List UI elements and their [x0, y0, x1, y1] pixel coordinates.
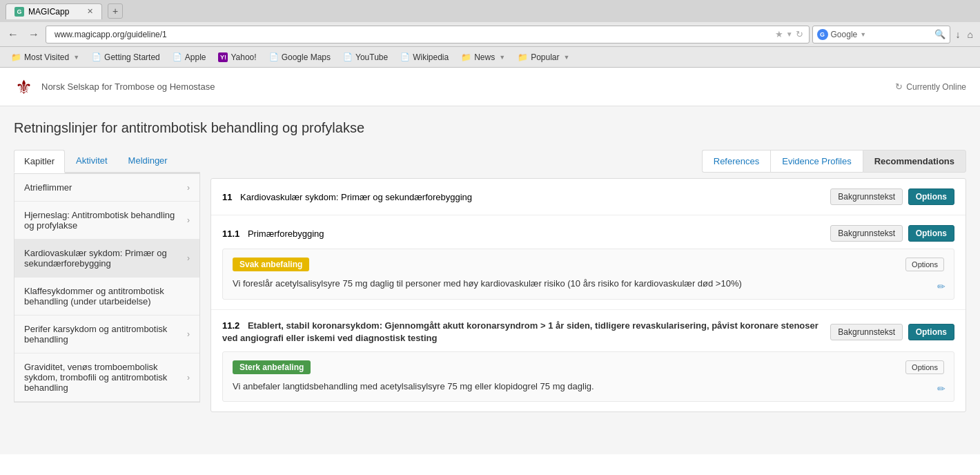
downloads-button[interactable]: ↓ — [953, 28, 963, 41]
page-wrapper: ⚜ Norsk Selskap for Trombose og Hemostas… — [0, 68, 980, 454]
sidebar-item-label: Perifer karsykdom og antitrombotisk beha… — [24, 324, 187, 345]
section-11-header: 11 Kardiovaskulær sykdom: Primær og seku… — [211, 179, 966, 215]
section-11-title-text: Kardiovaskulær sykdom: Primær og sekundæ… — [240, 192, 472, 202]
tab-close-button[interactable]: ✕ — [87, 7, 93, 16]
recommendation-11-2-1-text: Vi anbefaler langtidsbehandling med acet… — [233, 380, 944, 394]
chevron-right-icon: › — [187, 253, 190, 263]
page-icon: 📄 — [400, 52, 410, 61]
forward-button[interactable]: → — [25, 27, 43, 42]
sidebar-list: Atrieflimmer › Hjerneslag: Antitrombotis… — [14, 173, 200, 403]
sidebar-item-label: Kardiovaskulær sykdom: Primær og sekundæ… — [24, 248, 187, 269]
recommendation-11-1-1-text: Vi foreslår acetylsalisylsyre 75 mg dagl… — [233, 277, 944, 291]
tab-evidence-profiles[interactable]: Evidence Profiles — [770, 150, 862, 173]
address-url: www.magicapp.org/guideline/1 — [55, 30, 772, 39]
subsection-11-2-header: 11.2 Etablert, stabil koronarsykdom: Gje… — [222, 320, 954, 345]
site-name: Norsk Selskap for Trombose og Hemostase — [41, 81, 215, 92]
home-button[interactable]: ⌂ — [965, 28, 976, 41]
yahoo-icon: Y! — [218, 52, 228, 62]
subsection-11-1-number: 11.1 — [222, 229, 239, 239]
bookmark-label: Wikipedia — [413, 52, 449, 62]
subsection-11-2-bakgrunnstekst-button[interactable]: Bakgrunnstekst — [830, 324, 903, 340]
subsection-11-1-options-button[interactable]: Options — [908, 225, 954, 242]
sidebar-item-kardiovaskulaer[interactable]: Kardiovaskulær sykdom: Primær og sekundæ… — [14, 240, 199, 278]
bookmark-apple[interactable]: 📄 Apple — [167, 50, 212, 64]
recommendation-11-2-1-options-button[interactable]: Options — [905, 360, 944, 374]
edit-icon[interactable]: ✏ — [937, 281, 945, 292]
section-11-options-button[interactable]: Options — [908, 188, 954, 205]
bookmark-most-visited[interactable]: 📁 Most Visited ▼ — [6, 50, 85, 64]
back-button[interactable]: ← — [4, 27, 22, 42]
chevron-down-icon: ▼ — [499, 54, 505, 61]
subsection-11-2-buttons: Bakgrunnstekst Options — [830, 324, 954, 340]
browser-tab[interactable]: G MAGICapp ✕ — [6, 3, 102, 19]
tab-references[interactable]: References — [702, 150, 770, 173]
edit-icon[interactable]: ✏ — [937, 383, 945, 394]
bookmark-wikipedia[interactable]: 📄 Wikipedia — [395, 50, 454, 64]
recommendation-11-1-1-header: Svak anbefaling Options — [233, 258, 944, 271]
section-11: 11 Kardiovaskulær sykdom: Primær og seku… — [210, 178, 966, 412]
section-11-number: 11 — [222, 192, 232, 202]
page-main-title: Retningslinjer for antitrombotisk behand… — [0, 106, 980, 143]
bookmark-label: Google Maps — [282, 52, 331, 62]
browser-title-bar: G MAGICapp ✕ + — [0, 0, 980, 22]
search-engine-label: Google — [831, 30, 858, 39]
page-icon: 📄 — [269, 52, 279, 61]
main-content: References Evidence Profiles Recommendat… — [210, 150, 966, 420]
page-icon: 📄 — [92, 52, 101, 61]
subsection-11-2: 11.2 Etablert, stabil koronarsykdom: Gje… — [211, 310, 966, 412]
tab-kapitler[interactable]: Kapitler — [14, 150, 65, 173]
subsection-11-1-header: 11.1 Primærforebygging Bakgrunnstekst Op… — [222, 225, 954, 242]
search-icon[interactable]: 🔍 — [934, 29, 945, 39]
sidebar-item-perifer[interactable]: Perifer karsykdom og antitrombotisk beha… — [14, 316, 199, 353]
chevron-right-icon: › — [187, 215, 190, 225]
chevron-right-icon: › — [187, 183, 190, 193]
tab-aktivitet[interactable]: Aktivitet — [66, 150, 117, 172]
sidebar-item-atrieflimmer[interactable]: Atrieflimmer › — [14, 174, 199, 202]
bookmark-getting-started[interactable]: 📄 Getting Started — [86, 50, 166, 64]
star-icon[interactable]: ★ — [775, 29, 783, 39]
address-bar[interactable]: www.magicapp.org/guideline/1 ★ ▼ ↻ — [46, 26, 810, 43]
search-bar[interactable]: G Google ▼ 🔍 — [812, 26, 950, 43]
browser-nav-bar: ← → www.magicapp.org/guideline/1 ★ ▼ ↻ G… — [0, 22, 980, 47]
bookmark-yahoo[interactable]: Y! Yahoo! — [213, 50, 262, 64]
section-11-bakgrunnstekst-button[interactable]: Bakgrunnstekst — [830, 188, 903, 205]
new-tab-button[interactable]: + — [108, 3, 123, 19]
site-header: ⚜ Norsk Selskap for Trombose og Hemostas… — [0, 68, 980, 106]
bookmark-label: Apple — [185, 52, 206, 62]
sidebar-item-label: Hjerneslag: Antitrombotisk behandling og… — [24, 210, 187, 231]
tab-meldinger[interactable]: Meldinger — [119, 150, 177, 172]
reload-icon[interactable]: ↻ — [796, 29, 803, 39]
chevron-right-icon: › — [187, 373, 190, 382]
bookmark-google-maps[interactable]: 📄 Google Maps — [264, 50, 336, 64]
bookmark-label: Popular — [531, 52, 559, 62]
dropdown-icon[interactable]: ▼ — [786, 30, 793, 38]
bookmark-label: News — [474, 52, 495, 62]
subsection-11-1-bakgrunnstekst-button[interactable]: Bakgrunnstekst — [830, 225, 903, 242]
tab-title: MAGICapp — [28, 7, 69, 17]
recommendation-11-1-1-options-button[interactable]: Options — [905, 258, 944, 271]
content-area: Kapitler Aktivitet Meldinger Atrieflimme… — [0, 143, 980, 427]
subsection-11-1: 11.1 Primærforebygging Bakgrunnstekst Op… — [211, 215, 966, 310]
sidebar-item-hjerneslag[interactable]: Hjerneslag: Antitrombotisk behandling og… — [14, 202, 199, 240]
sidebar-item-klaffesykdommer[interactable]: Klaffesykdommer og antitrombotisk behand… — [14, 278, 199, 316]
subsection-11-1-buttons: Bakgrunnstekst Options — [830, 225, 954, 242]
chevron-right-icon: › — [187, 329, 190, 339]
chevron-down-icon: ▼ — [564, 54, 570, 61]
sidebar-tabs: Kapitler Aktivitet Meldinger — [14, 150, 200, 173]
bookmark-popular[interactable]: 📁 Popular ▼ — [512, 50, 575, 64]
site-logo: ⚜ — [14, 75, 35, 99]
bookmark-news[interactable]: 📁 News ▼ — [455, 50, 511, 64]
online-status: ↻ Currently Online — [895, 81, 966, 92]
tab-recommendations[interactable]: Recommendations — [863, 150, 966, 173]
search-dropdown-icon[interactable]: ▼ — [860, 31, 866, 38]
bookmark-label: Yahoo! — [231, 52, 256, 62]
recommendation-11-1-1: Svak anbefaling Options Vi foreslår acet… — [222, 249, 954, 300]
recommendation-11-2-1-header: Sterk anbefaling Options — [233, 360, 944, 374]
sidebar-item-label: Graviditet, venøs tromboembolisk sykdom,… — [24, 362, 187, 393]
sidebar-item-graviditet[interactable]: Graviditet, venøs tromboembolisk sykdom,… — [14, 353, 199, 402]
tab-favicon: G — [14, 7, 24, 17]
bookmark-youtube[interactable]: 📄 YouTube — [337, 50, 393, 64]
bookmarks-bar: 📁 Most Visited ▼ 📄 Getting Started 📄 App… — [0, 47, 980, 68]
badge-weak: Svak anbefaling — [233, 258, 309, 271]
subsection-11-2-options-button[interactable]: Options — [908, 324, 954, 340]
